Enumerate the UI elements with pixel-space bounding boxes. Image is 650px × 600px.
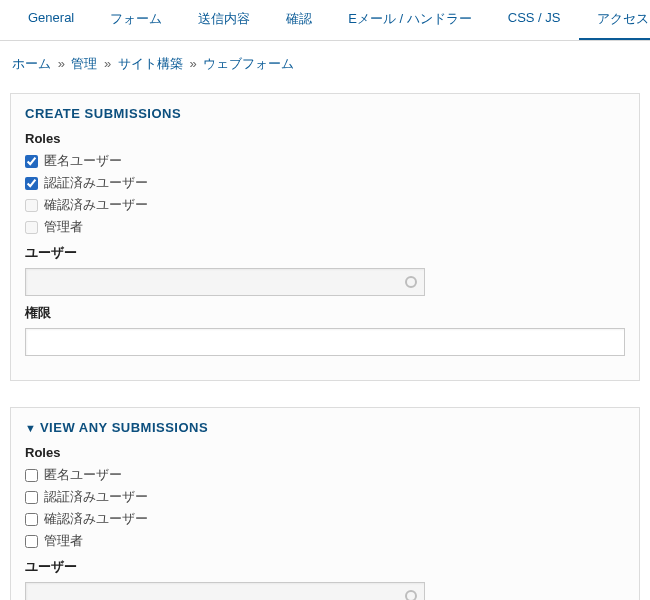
- role-label: 認証済みユーザー: [44, 174, 148, 192]
- role-row-administrator: 管理者: [25, 218, 625, 236]
- panel-title-create: CREATE SUBMISSIONS: [25, 106, 625, 121]
- role-label: 管理者: [44, 218, 83, 236]
- role-checkbox-administrator[interactable]: [25, 535, 38, 548]
- breadcrumb-admin[interactable]: 管理: [71, 56, 97, 71]
- role-checkbox-verified[interactable]: [25, 513, 38, 526]
- role-label: 匿名ユーザー: [44, 152, 122, 170]
- tab-form[interactable]: フォーム: [92, 0, 180, 40]
- primary-tabs: General フォーム 送信内容 確認 Eメール / ハンドラー CSS / …: [0, 0, 650, 41]
- role-label: 確認済みユーザー: [44, 196, 148, 214]
- role-row-verified[interactable]: 確認済みユーザー: [25, 510, 625, 528]
- breadcrumb-sep: »: [58, 56, 65, 71]
- breadcrumb-sep: »: [190, 56, 197, 71]
- breadcrumb: ホーム » 管理 » サイト構築 » ウェブフォーム: [0, 41, 650, 85]
- breadcrumb-home[interactable]: ホーム: [12, 56, 51, 71]
- role-label: 匿名ユーザー: [44, 466, 122, 484]
- panel-view-any-submissions: VIEW ANY SUBMISSIONS Roles 匿名ユーザー 認証済みユー…: [10, 407, 640, 600]
- autocomplete-throbber-icon: [405, 276, 417, 288]
- user-input-view[interactable]: [25, 582, 425, 600]
- role-checkbox-anonymous[interactable]: [25, 155, 38, 168]
- tab-css-js[interactable]: CSS / JS: [490, 0, 579, 40]
- role-checkbox-administrator: [25, 221, 38, 234]
- user-label-view: ユーザー: [25, 558, 625, 576]
- roles-label-create: Roles: [25, 131, 625, 146]
- breadcrumb-sep: »: [104, 56, 111, 71]
- breadcrumb-structure[interactable]: サイト構築: [118, 56, 183, 71]
- user-input-wrap: [25, 582, 425, 600]
- role-row-anonymous[interactable]: 匿名ユーザー: [25, 152, 625, 170]
- permission-input-wrap: [25, 328, 625, 356]
- panel-create-submissions: CREATE SUBMISSIONS Roles 匿名ユーザー 認証済みユーザー…: [10, 93, 640, 381]
- role-checkbox-anonymous[interactable]: [25, 469, 38, 482]
- roles-label-view: Roles: [25, 445, 625, 460]
- role-label: 認証済みユーザー: [44, 488, 148, 506]
- permission-input-create[interactable]: [25, 328, 625, 356]
- role-label: 管理者: [44, 532, 83, 550]
- permission-label-create: 権限: [25, 304, 625, 322]
- user-input-wrap: [25, 268, 425, 296]
- tab-submissions[interactable]: 送信内容: [180, 0, 268, 40]
- role-checkbox-authenticated[interactable]: [25, 491, 38, 504]
- tab-email-handlers[interactable]: Eメール / ハンドラー: [330, 0, 490, 40]
- autocomplete-throbber-icon: [405, 590, 417, 600]
- role-row-administrator[interactable]: 管理者: [25, 532, 625, 550]
- role-checkbox-authenticated[interactable]: [25, 177, 38, 190]
- tab-access[interactable]: アクセス: [579, 0, 650, 40]
- tab-confirmation[interactable]: 確認: [268, 0, 330, 40]
- breadcrumb-webform[interactable]: ウェブフォーム: [203, 56, 294, 71]
- panel-title-view[interactable]: VIEW ANY SUBMISSIONS: [25, 420, 625, 435]
- tab-general[interactable]: General: [10, 0, 92, 40]
- role-row-authenticated[interactable]: 認証済みユーザー: [25, 488, 625, 506]
- role-row-anonymous[interactable]: 匿名ユーザー: [25, 466, 625, 484]
- role-row-verified: 確認済みユーザー: [25, 196, 625, 214]
- user-input-create[interactable]: [25, 268, 425, 296]
- role-row-authenticated[interactable]: 認証済みユーザー: [25, 174, 625, 192]
- role-label: 確認済みユーザー: [44, 510, 148, 528]
- role-checkbox-verified: [25, 199, 38, 212]
- user-label-create: ユーザー: [25, 244, 625, 262]
